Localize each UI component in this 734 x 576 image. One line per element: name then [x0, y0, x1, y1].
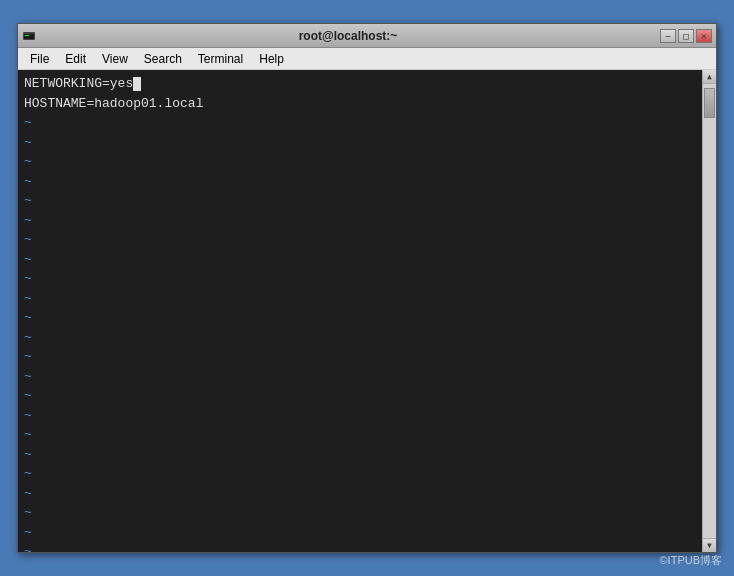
scrollbar-down-button[interactable]: ▼ — [703, 538, 717, 552]
terminal-window: root@localhost:~ − □ ✕ File Edit View Se… — [17, 23, 717, 553]
tilde-line-18: ~ — [24, 406, 696, 426]
tilde-line-23: ~ — [24, 503, 696, 523]
menu-help[interactable]: Help — [251, 50, 292, 68]
tilde-line-14: ~ — [24, 328, 696, 348]
tilde-line-22: ~ — [24, 484, 696, 504]
menubar: File Edit View Search Terminal Help — [18, 48, 716, 70]
close-button[interactable]: ✕ — [696, 29, 712, 43]
desktop: root@localhost:~ − □ ✕ File Edit View Se… — [0, 0, 734, 576]
tilde-line-11: ~ — [24, 269, 696, 289]
editor-line-1: NETWORKING=yes — [24, 74, 696, 94]
tilde-line-10: ~ — [24, 250, 696, 270]
menu-edit[interactable]: Edit — [57, 50, 94, 68]
titlebar: root@localhost:~ − □ ✕ — [18, 24, 716, 48]
svg-rect-1 — [24, 34, 34, 39]
tilde-line-17: ~ — [24, 386, 696, 406]
tilde-line-19: ~ — [24, 425, 696, 445]
tilde-line-12: ~ — [24, 289, 696, 309]
tilde-line-24: ~ — [24, 523, 696, 543]
scrollbar-track[interactable] — [703, 84, 716, 538]
editor[interactable]: NETWORKING=yes HOSTNAME=hadoop01.local ~… — [18, 70, 702, 552]
minimize-button[interactable]: − — [660, 29, 676, 43]
tilde-line-25: ~ — [24, 542, 696, 552]
tilde-line-13: ~ — [24, 308, 696, 328]
menu-view[interactable]: View — [94, 50, 136, 68]
tilde-line-3: ~ — [24, 113, 696, 133]
scrollbar[interactable]: ▲ ▼ — [702, 70, 716, 552]
cursor — [133, 77, 141, 91]
editor-line-2: HOSTNAME=hadoop01.local — [24, 94, 696, 114]
tilde-line-20: ~ — [24, 445, 696, 465]
tilde-line-16: ~ — [24, 367, 696, 387]
scrollbar-thumb[interactable] — [704, 88, 715, 118]
svg-rect-2 — [25, 35, 29, 36]
tilde-line-5: ~ — [24, 152, 696, 172]
maximize-button[interactable]: □ — [678, 29, 694, 43]
tilde-line-7: ~ — [24, 191, 696, 211]
content-area: NETWORKING=yes HOSTNAME=hadoop01.local ~… — [18, 70, 716, 552]
menu-file[interactable]: File — [22, 50, 57, 68]
menu-search[interactable]: Search — [136, 50, 190, 68]
tilde-line-9: ~ — [24, 230, 696, 250]
tilde-line-8: ~ — [24, 211, 696, 231]
watermark: ©ITPUB博客 — [660, 553, 723, 568]
menu-terminal[interactable]: Terminal — [190, 50, 251, 68]
window-icon — [22, 29, 36, 43]
tilde-line-15: ~ — [24, 347, 696, 367]
window-controls: − □ ✕ — [660, 29, 712, 43]
tilde-line-21: ~ — [24, 464, 696, 484]
scrollbar-up-button[interactable]: ▲ — [703, 70, 717, 84]
window-title: root@localhost:~ — [36, 29, 660, 43]
tilde-line-6: ~ — [24, 172, 696, 192]
tilde-line-4: ~ — [24, 133, 696, 153]
